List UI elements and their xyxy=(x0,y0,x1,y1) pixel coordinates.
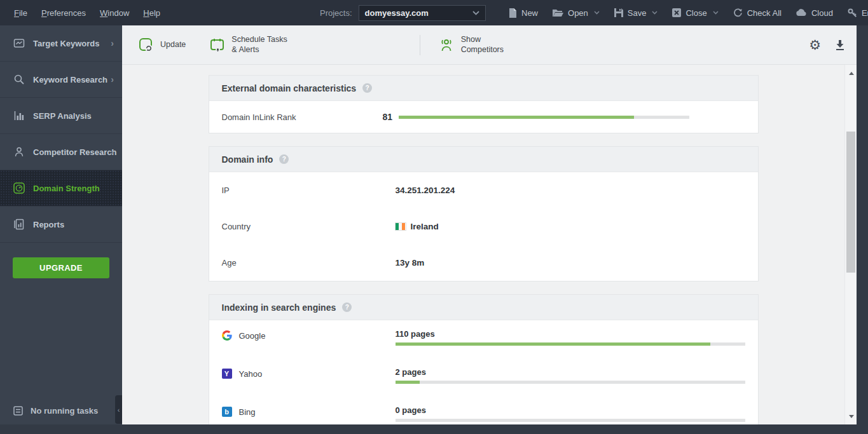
check-all-icon xyxy=(733,8,743,18)
chevron-down-icon xyxy=(472,11,479,15)
bing-pages-bar xyxy=(396,419,745,422)
menu-help[interactable]: Help xyxy=(143,8,160,18)
scroll-up-button[interactable] xyxy=(845,67,857,79)
inlink-rank-label: Domain InLink Rank xyxy=(222,112,383,122)
menu-window[interactable]: Window xyxy=(100,8,129,18)
new-project-button[interactable]: New xyxy=(509,8,538,18)
age-value: 13y 8m xyxy=(396,258,425,268)
google-icon xyxy=(222,330,232,341)
sidebar-item-label: Domain Strength xyxy=(33,184,100,193)
close-label: Close xyxy=(685,8,706,18)
triangle-up-icon xyxy=(849,72,854,75)
download-icon xyxy=(835,39,845,50)
task-list-icon xyxy=(13,406,23,416)
country-name: Ireland xyxy=(411,222,439,231)
update-icon xyxy=(139,37,154,53)
competitor-research-icon xyxy=(13,146,25,158)
indexing-card: Indexing in search engines ? Google 110 … xyxy=(209,294,759,424)
cloud-label: Cloud xyxy=(811,8,833,18)
scroll-down-button[interactable] xyxy=(845,410,857,422)
inlink-rank-row: Domain InLink Rank 81 xyxy=(209,101,758,133)
check-all-button[interactable]: Check All xyxy=(733,8,782,18)
chevron-right-icon: › xyxy=(111,38,114,48)
main-content: External domain characteristics ? Domain… xyxy=(122,65,844,424)
bing-label: Bing xyxy=(239,407,256,417)
schedule-tasks-button[interactable]: Schedule Tasks& Alerts xyxy=(210,35,287,55)
close-project-button[interactable]: Close xyxy=(672,8,718,18)
settings-button[interactable]: ⚙ xyxy=(809,37,821,53)
external-domain-characteristics-card: External domain characteristics ? Domain… xyxy=(209,75,759,133)
menu-file[interactable]: File xyxy=(14,8,27,18)
save-label: Save xyxy=(628,8,647,18)
bing-index-row: b Bing 0 pages xyxy=(209,397,758,424)
sidebar-item-competitor-research[interactable]: Competitor Research › xyxy=(0,134,122,170)
open-project-button[interactable]: Open xyxy=(553,8,600,18)
key-icon xyxy=(848,8,857,18)
sidebar-item-domain-strength[interactable]: Domain Strength xyxy=(0,170,122,207)
yahoo-pages-value: 2 pages xyxy=(396,367,745,377)
cloud-icon xyxy=(796,9,807,17)
vertical-scrollbar[interactable] xyxy=(844,65,857,424)
upgrade-button[interactable]: UPGRADE xyxy=(13,257,109,278)
show-competitors-icon xyxy=(438,37,455,53)
age-row: Age 13y 8m xyxy=(209,245,758,281)
running-tasks-status: No running tasks xyxy=(13,406,98,416)
sidebar-item-target-keywords[interactable]: Target Keywords › xyxy=(0,25,122,62)
sidebar-item-keyword-research[interactable]: Keyword Research › xyxy=(0,62,122,98)
save-project-button[interactable]: Save xyxy=(614,8,658,18)
sidebar-collapse-handle[interactable]: ‹ xyxy=(115,395,122,424)
section-header: Indexing in search engines ? xyxy=(209,295,758,320)
new-label: New xyxy=(521,8,538,18)
yahoo-pages-bar-fill xyxy=(396,381,420,384)
help-icon[interactable]: ? xyxy=(342,302,352,312)
ireland-flag-icon xyxy=(396,223,406,230)
country-row: Country Ireland xyxy=(209,208,758,245)
save-icon xyxy=(614,8,623,17)
google-label: Google xyxy=(239,331,266,341)
section-title: External domain characteristics xyxy=(222,83,357,93)
age-label: Age xyxy=(222,258,396,268)
yahoo-pages-bar xyxy=(396,381,745,384)
show-competitors-button[interactable]: ShowCompetitors xyxy=(438,35,504,55)
menu-preferences[interactable]: Preferences xyxy=(41,8,86,18)
chevron-right-icon: › xyxy=(111,147,114,157)
help-icon[interactable]: ? xyxy=(362,83,372,93)
chevron-down-icon xyxy=(713,11,719,15)
yahoo-label: Yahoo xyxy=(239,369,263,379)
bing-icon: b xyxy=(222,407,232,417)
sidebar-item-label: Reports xyxy=(33,220,64,229)
scrollbar-thumb[interactable] xyxy=(846,132,855,273)
enter-license-button[interactable]: Enter License xyxy=(848,8,868,18)
sidebar-item-reports[interactable]: Reports xyxy=(0,207,122,243)
project-select[interactable]: domyessay.com xyxy=(359,5,486,21)
domain-info-card: Domain info ? IP 34.251.201.224 Country … xyxy=(209,146,759,281)
google-pages-bar xyxy=(396,342,745,346)
chevron-right-icon: › xyxy=(111,74,114,85)
cloud-button[interactable]: Cloud xyxy=(796,8,833,18)
menu-group: File Preferences Window Help xyxy=(0,8,160,18)
sidebar-item-serp-analysis[interactable]: SERP Analysis xyxy=(0,98,122,134)
country-label: Country xyxy=(222,222,396,231)
country-value: Ireland xyxy=(396,222,439,231)
new-document-icon xyxy=(509,8,517,18)
target-keywords-icon xyxy=(13,37,25,49)
help-icon[interactable]: ? xyxy=(279,154,289,164)
section-header: External domain characteristics ? xyxy=(209,76,758,101)
update-label: Update xyxy=(160,40,186,50)
serp-analysis-icon xyxy=(13,110,25,121)
show-competitors-label: ShowCompetitors xyxy=(461,35,504,55)
inlink-rank-bar xyxy=(399,116,689,119)
bing-pages-value: 0 pages xyxy=(396,405,745,415)
export-button[interactable] xyxy=(835,39,845,50)
update-button[interactable]: Update xyxy=(139,37,186,53)
inlink-rank-bar-fill xyxy=(399,116,634,119)
chevron-down-icon xyxy=(594,11,600,15)
check-all-label: Check All xyxy=(747,8,782,18)
keyword-research-icon xyxy=(13,74,25,85)
ip-label: IP xyxy=(222,186,396,195)
bottom-status-strip xyxy=(0,424,868,434)
ip-value: 34.251.201.224 xyxy=(396,186,455,195)
section-title: Domain info xyxy=(222,154,273,165)
google-pages-bar-fill xyxy=(396,342,710,346)
ip-row: IP 34.251.201.224 xyxy=(209,172,758,208)
